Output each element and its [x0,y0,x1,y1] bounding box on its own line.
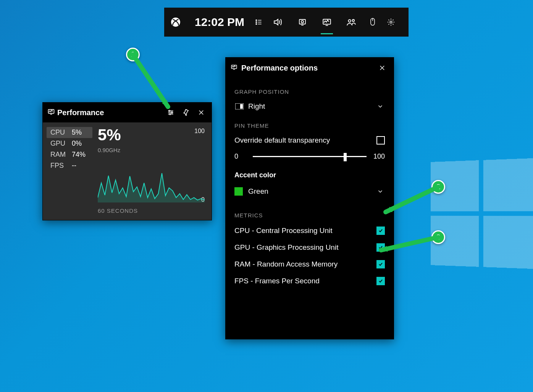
accent-swatch [234,187,243,196]
annotation-badge: 1 [126,48,140,61]
slider-max: 100 [373,153,385,161]
section-pin-theme: PIN THEME [234,122,385,129]
svg-rect-4 [299,19,305,24]
metric-ram[interactable]: RAM 74% [47,149,92,160]
position-right-icon [234,103,244,109]
performance-body: CPU 5% GPU 0% RAM 74% FPS -- 5% 0.90GHz … [43,122,212,220]
svg-point-8 [352,19,354,21]
gamebar-topbar: 12:02 PM [164,8,409,37]
svg-point-2 [256,22,257,23]
override-label: Override default transparency [234,136,376,145]
performance-monitor-icon [47,108,55,117]
options-titlebar[interactable]: Performance options [225,57,394,79]
performance-tab-icon[interactable] [315,8,339,37]
transparency-slider[interactable]: 0 100 [234,153,385,161]
capture-icon[interactable] [290,8,315,37]
svg-rect-17 [240,104,243,109]
pin-icon[interactable] [179,106,192,119]
chevron-down-icon [376,188,385,195]
slider-thumb[interactable] [344,153,347,161]
metric-checkbox[interactable] [376,277,385,285]
mouse-icon[interactable] [363,8,382,37]
svg-point-14 [170,114,171,115]
metric-toggle-row[interactable]: GPU - Graphics Processing Unit [234,239,385,256]
metric-checkbox[interactable] [376,227,385,235]
x-axis-label: 60 SECONDS [98,207,138,214]
options-panel: Performance options GRAPH POSITION Right… [225,57,394,339]
windows-logo [431,158,533,269]
performance-titlebar[interactable]: Performance [43,103,212,122]
metric-toggle-row[interactable]: FPS - Frames Per Second [234,273,385,289]
current-frequency: 0.90GHz [98,147,205,153]
y-axis-max: 100 [194,128,205,135]
options-body: GRAPH POSITION Right PIN THEME Override … [225,79,394,339]
metric-value: 0% [72,140,82,148]
speaker-icon[interactable] [266,8,290,37]
metric-label: GPU [50,140,66,148]
metric-toggle-label: RAM - Random Access Memory [234,260,376,268]
svg-point-13 [171,112,173,113]
current-value: 5% [98,127,205,143]
svg-point-1 [256,20,257,21]
section-metrics: METRICS [234,212,385,218]
svg-point-3 [256,24,257,25]
section-graph-position: GRAPH POSITION [234,88,385,95]
metric-label: FPS [50,162,66,170]
svg-point-10 [390,21,392,23]
sliders-icon[interactable] [164,106,177,119]
override-checkbox[interactable] [376,136,385,145]
metric-toggle-label: CPU - Central Processing Unit [234,227,376,235]
performance-monitor-icon [231,64,237,72]
graph-area: 5% 0.90GHz 100 0 60 SECONDS [98,127,205,214]
metric-label: RAM [50,151,66,159]
clock: 12:02 PM [187,16,252,29]
accent-color-dropdown[interactable]: Green [234,184,385,199]
metric-gpu[interactable]: GPU 0% [47,138,92,149]
chevron-down-icon [376,103,385,110]
metric-value: 5% [72,129,82,137]
slider-track[interactable] [253,156,367,157]
close-icon[interactable] [376,61,389,74]
svg-point-7 [348,20,351,22]
metrics-list: CPU 5% GPU 0% RAM 74% FPS -- [47,127,92,214]
metric-value: 74% [72,151,86,159]
slider-min: 0 [234,153,247,161]
svg-line-18 [133,55,168,107]
cpu-chart [98,154,205,202]
gear-icon[interactable] [382,8,400,37]
performance-widget: Performance CPU 5% GPU 0% RAM 74% [42,102,212,220]
graph-position-value: Right [248,102,376,111]
metric-toggle-label: GPU - Graphics Processing Unit [234,243,376,252]
annotation-badge: 3 [431,230,445,244]
metric-toggle-label: FPS - Frames Per Second [234,277,376,285]
section-accent: Accent color [234,171,385,179]
annotation-badge: 2 [431,180,445,194]
close-icon[interactable] [195,106,208,119]
graph-position-dropdown[interactable]: Right [234,99,385,114]
metric-checkbox[interactable] [376,243,385,252]
metric-value: -- [72,162,76,170]
svg-point-12 [169,110,170,111]
xbox-icon[interactable] [164,17,187,27]
list-icon[interactable] [252,18,266,26]
override-transparency-row[interactable]: Override default transparency [234,133,385,148]
metric-toggle-row[interactable]: RAM - Random Access Memory [234,256,385,273]
metric-checkbox[interactable] [376,260,385,268]
social-icon[interactable] [339,8,363,37]
options-title: Performance options [241,64,372,72]
metric-label: CPU [50,129,66,137]
svg-point-5 [301,21,304,23]
metric-cpu[interactable]: CPU 5% [47,127,92,138]
metric-fps[interactable]: FPS -- [47,160,92,171]
performance-title: Performance [57,108,162,117]
accent-value: Green [248,187,376,196]
metric-toggle-row[interactable]: CPU - Central Processing Unit [234,222,385,239]
